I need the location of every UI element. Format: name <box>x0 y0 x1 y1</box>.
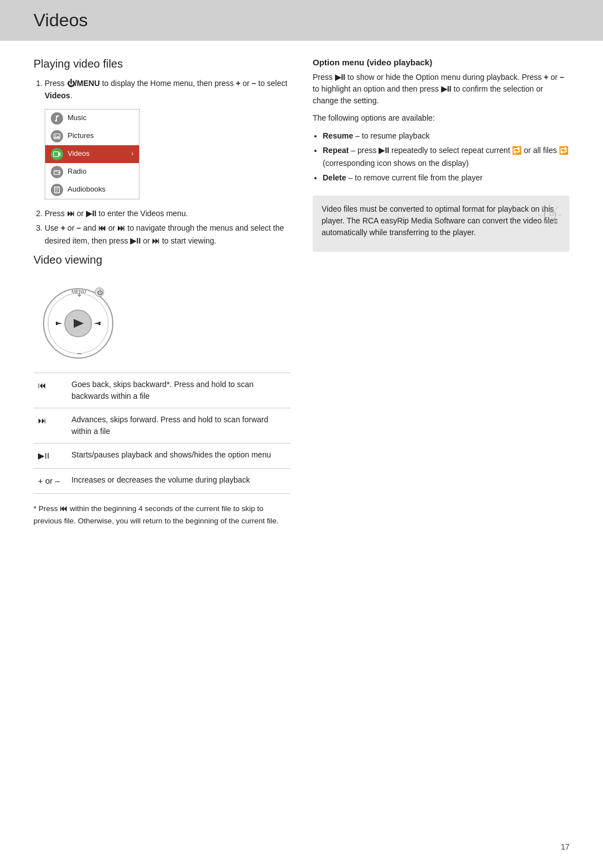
device-illustration: + – MENU ⏻ <box>34 273 123 363</box>
option-resume: Resume – to resume playback <box>323 130 570 142</box>
steps-list: Press ⏻/MENU to display the Home menu, t… <box>34 77 290 247</box>
options-list: Resume – to resume playback Repeat – pre… <box>313 130 570 184</box>
svg-point-1 <box>55 135 56 136</box>
control-symbol-volume: + or – <box>34 468 67 493</box>
step-3: Use + or – and ⏮ or ⏭ to navigate throug… <box>45 222 290 247</box>
option-delete: Delete – to remove current file from the… <box>323 171 570 184</box>
menu-item-radio: Radio <box>45 163 139 181</box>
step2-text: Press ⏭ or ▶II to enter the Videos menu. <box>45 209 188 218</box>
svg-marker-9 <box>57 322 63 325</box>
videos-icon <box>51 148 63 160</box>
table-row: ▶II Starts/pauses playback and shows/hid… <box>34 443 290 468</box>
main-content: Playing video files Press ⏻/MENU to disp… <box>34 58 570 532</box>
menu-item-videos: Videos › <box>45 145 139 163</box>
option-menu-title: Option menu (video playback) <box>313 58 570 67</box>
option-menu-desc2: The following options are available: <box>313 112 570 124</box>
svg-text:⏻: ⏻ <box>97 289 103 295</box>
option-repeat: Repeat – press ▶II repeatedly to select … <box>323 144 570 169</box>
control-desc-volume: Increases or decreases the volume during… <box>67 468 290 493</box>
note-text: Video files must be converted to optimal… <box>322 203 561 239</box>
section-playing-title: Playing video files <box>34 58 290 70</box>
control-symbol-skip-back: ⏮ <box>34 373 67 408</box>
option-menu-desc1: Press ▶II to show or hide the Option men… <box>313 71 570 107</box>
menu-item-pictures: Pictures <box>45 127 139 145</box>
control-desc-skip-back: Goes back, skips backward*. Press and ho… <box>67 373 290 408</box>
svg-line-25 <box>542 207 544 209</box>
section-viewing-title: Video viewing <box>34 254 290 266</box>
menu-item-audiobooks: Audiobooks <box>45 181 139 199</box>
table-row: ⏮ Goes back, skips backward*. Press and … <box>34 373 290 408</box>
svg-point-27 <box>550 212 554 216</box>
right-column: Option menu (video playback) Press ▶II t… <box>313 58 570 532</box>
table-row: ⏭ Advances, skips forward. Press and hol… <box>34 408 290 443</box>
svg-line-23 <box>542 221 544 223</box>
pictures-icon <box>51 130 63 142</box>
svg-marker-11 <box>94 322 99 325</box>
control-symbol-play: ▶II <box>34 443 67 468</box>
svg-text:–: – <box>77 349 82 357</box>
music-icon <box>51 112 63 125</box>
control-symbol-skip-fwd: ⏭ <box>34 408 67 443</box>
radio-icon <box>51 166 63 178</box>
svg-rect-2 <box>54 151 59 156</box>
svg-text:MENU: MENU <box>71 289 87 294</box>
step-2: Press ⏭ or ▶II to enter the Videos menu. <box>45 207 290 220</box>
svg-rect-0 <box>54 133 60 139</box>
page: Videos Playing video files Press ⏻/MENU … <box>0 0 603 868</box>
menu-item-music: Music <box>45 109 139 127</box>
table-row: + or – Increases or decreases the volume… <box>34 468 290 493</box>
control-desc-skip-fwd: Advances, skips forward. Press and hold … <box>67 408 290 443</box>
svg-rect-10 <box>56 322 58 325</box>
page-title: Videos <box>34 10 570 31</box>
page-number: 17 <box>561 842 570 851</box>
controls-table: ⏮ Goes back, skips backward*. Press and … <box>34 373 290 494</box>
sunburst-icon <box>536 201 564 229</box>
step1-text: Press ⏻/MENU to display the Home menu, t… <box>45 79 288 100</box>
footnote-text: * Press ⏮ within the beginning 4 seconds… <box>34 503 290 527</box>
svg-line-21 <box>556 221 558 223</box>
menu-screenshot: Music Pictures Videos <box>45 109 140 199</box>
device-svg: + – MENU ⏻ <box>34 273 123 363</box>
svg-rect-12 <box>99 322 100 325</box>
note-box: Video files must be converted to optimal… <box>313 195 570 252</box>
svg-line-19 <box>556 207 558 209</box>
step-1: Press ⏻/MENU to display the Home menu, t… <box>45 77 290 199</box>
title-bar: Videos <box>0 0 603 41</box>
audiobooks-icon <box>51 184 63 196</box>
svg-point-4 <box>58 171 60 173</box>
control-desc-play: Starts/pauses playback and shows/hides t… <box>67 443 290 468</box>
step3-text: Use + or – and ⏮ or ⏭ to navigate throug… <box>45 223 284 245</box>
left-column: Playing video files Press ⏻/MENU to disp… <box>34 58 290 532</box>
